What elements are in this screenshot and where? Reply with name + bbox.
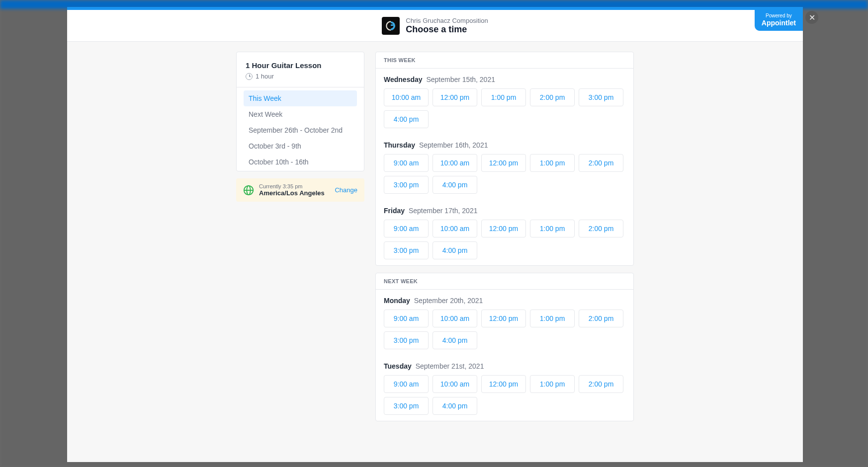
change-timezone-link[interactable]: Change xyxy=(335,186,357,194)
clock-icon xyxy=(246,73,253,80)
time-slot[interactable]: 2:00 pm xyxy=(530,88,575,106)
time-slot[interactable]: 9:00 am xyxy=(384,375,429,393)
day-of-week: Tuesday xyxy=(384,362,412,370)
week-item[interactable]: This Week xyxy=(244,90,357,106)
time-slot[interactable]: 9:00 am xyxy=(384,154,429,172)
section-heading: THIS WEEK xyxy=(376,52,633,69)
badge-powered: Powered by xyxy=(762,13,796,19)
slot-row: 9:00 am10:00 am12:00 pm1:00 pm2:00 pm3:0… xyxy=(384,154,625,194)
slot-row: 9:00 am10:00 am12:00 pm1:00 pm2:00 pm3:0… xyxy=(384,220,625,259)
modal-header: Chris Gruchacz Composition Choose a time xyxy=(67,10,803,42)
week-item[interactable]: September 26th - October 2nd xyxy=(244,122,357,138)
time-slot[interactable]: 4:00 pm xyxy=(433,176,477,194)
time-slot[interactable]: 10:00 am xyxy=(433,154,477,172)
time-slot[interactable]: 12:00 pm xyxy=(481,375,526,393)
timezone-name: America/Los Angeles xyxy=(259,189,330,197)
slot-row: 10:00 am12:00 pm1:00 pm2:00 pm3:00 pm4:0… xyxy=(384,88,625,128)
close-button[interactable]: ✕ xyxy=(805,11,818,24)
week-list[interactable]: This WeekNext WeekSeptember 26th - Octob… xyxy=(237,87,364,171)
day-date: September 16th, 2021 xyxy=(419,141,488,149)
sidebar: 1 Hour Guitar Lesson 1 hour This WeekNex… xyxy=(236,52,364,462)
time-slot[interactable]: 9:00 am xyxy=(384,310,429,327)
timezone-panel: Currently 3:35 pm America/Los Angeles Ch… xyxy=(236,178,364,202)
brand-logo xyxy=(382,17,400,35)
week-section: THIS WEEKWednesday September 15th, 20211… xyxy=(375,52,634,266)
day-block: Monday September 20th, 20219:00 am10:00 … xyxy=(376,290,633,355)
slot-row: 9:00 am10:00 am12:00 pm1:00 pm2:00 pm3:0… xyxy=(384,375,625,415)
time-slot[interactable]: 4:00 pm xyxy=(433,331,477,349)
time-slot[interactable]: 10:00 am xyxy=(384,88,429,106)
day-heading: Wednesday September 15th, 2021 xyxy=(384,76,625,83)
scheduler-modal: Chris Gruchacz Composition Choose a time… xyxy=(67,10,803,462)
time-slot[interactable]: 10:00 am xyxy=(433,310,477,327)
day-of-week: Monday xyxy=(384,297,410,305)
time-slot[interactable]: 1:00 pm xyxy=(530,375,575,393)
time-slot[interactable]: 12:00 pm xyxy=(481,154,526,172)
day-date: September 15th, 2021 xyxy=(426,76,495,83)
day-heading: Tuesday September 21st, 2021 xyxy=(384,362,625,370)
day-of-week: Thursday xyxy=(384,141,415,149)
time-slot[interactable]: 4:00 pm xyxy=(433,397,477,415)
section-heading: NEXT WEEK xyxy=(376,273,633,290)
day-block: Friday September 17th, 20219:00 am10:00 … xyxy=(376,200,633,265)
day-block: Wednesday September 15th, 202110:00 am12… xyxy=(376,69,633,134)
time-slot[interactable]: 3:00 pm xyxy=(384,331,429,349)
time-slot[interactable]: 3:00 pm xyxy=(384,397,429,415)
day-date: September 21st, 2021 xyxy=(416,362,484,370)
time-slot[interactable]: 10:00 am xyxy=(433,375,477,393)
time-slot[interactable]: 3:00 pm xyxy=(579,88,623,106)
week-item[interactable]: October 3rd - 9th xyxy=(244,138,357,154)
day-block: Tuesday September 21st, 20219:00 am10:00… xyxy=(376,355,633,421)
day-heading: Friday September 17th, 2021 xyxy=(384,207,625,215)
day-of-week: Friday xyxy=(384,207,405,215)
day-heading: Thursday September 16th, 2021 xyxy=(384,141,625,149)
current-time: Currently 3:35 pm xyxy=(259,183,330,189)
day-date: September 17th, 2021 xyxy=(409,207,478,215)
lesson-title: 1 Hour Guitar Lesson xyxy=(246,61,355,70)
week-section: NEXT WEEKMonday September 20th, 20219:00… xyxy=(375,273,634,421)
time-slot[interactable]: 9:00 am xyxy=(384,220,429,237)
time-slot[interactable]: 1:00 pm xyxy=(530,220,575,237)
powered-by-badge[interactable]: Powered by Appointlet xyxy=(755,10,803,31)
time-slot[interactable]: 1:00 pm xyxy=(530,310,575,327)
time-slot[interactable]: 1:00 pm xyxy=(530,154,575,172)
week-item[interactable]: Next Week xyxy=(244,106,357,122)
time-slot[interactable]: 2:00 pm xyxy=(579,310,623,327)
time-slot[interactable]: 10:00 am xyxy=(433,220,477,237)
badge-brand: Appointlet xyxy=(762,19,796,27)
time-slot[interactable]: 2:00 pm xyxy=(579,154,623,172)
time-slot[interactable]: 3:00 pm xyxy=(384,241,429,259)
time-slot[interactable]: 1:00 pm xyxy=(481,88,526,106)
time-slot[interactable]: 2:00 pm xyxy=(579,220,623,237)
content-scroll[interactable]: 1 Hour Guitar Lesson 1 hour This WeekNex… xyxy=(67,42,803,462)
header-title: Choose a time xyxy=(406,24,488,35)
day-block: Thursday September 16th, 20219:00 am10:0… xyxy=(376,134,633,200)
time-slot[interactable]: 12:00 pm xyxy=(481,310,526,327)
day-heading: Monday September 20th, 2021 xyxy=(384,297,625,305)
header-subtitle: Chris Gruchacz Composition xyxy=(406,17,488,24)
close-icon: ✕ xyxy=(809,13,815,22)
globe-icon xyxy=(243,185,254,196)
slot-row: 9:00 am10:00 am12:00 pm1:00 pm2:00 pm3:0… xyxy=(384,310,625,349)
time-slots-main: THIS WEEKWednesday September 15th, 20211… xyxy=(375,52,634,462)
week-item[interactable]: October 10th - 16th xyxy=(244,154,357,170)
day-of-week: Wednesday xyxy=(384,76,423,83)
time-slot[interactable]: 4:00 pm xyxy=(433,241,477,259)
day-date: September 20th, 2021 xyxy=(414,297,483,305)
time-slot[interactable]: 2:00 pm xyxy=(579,375,623,393)
time-slot[interactable]: 12:00 pm xyxy=(481,220,526,237)
time-slot[interactable]: 12:00 pm xyxy=(433,88,477,106)
lesson-duration: 1 hour xyxy=(256,73,274,80)
time-slot[interactable]: 4:00 pm xyxy=(384,110,429,128)
accent-bar xyxy=(67,7,803,10)
time-slot[interactable]: 3:00 pm xyxy=(384,176,429,194)
